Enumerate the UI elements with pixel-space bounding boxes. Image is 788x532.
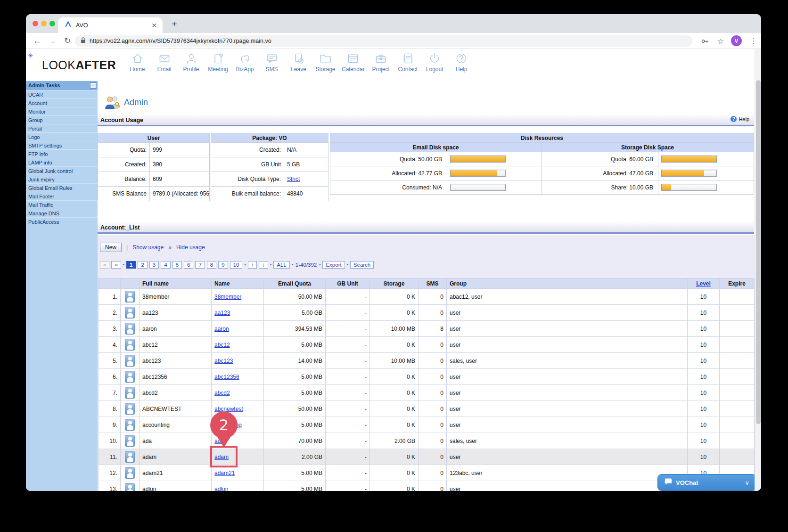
sidebar-item-junk-expiry[interactable]: Junk expiry (26, 175, 98, 183)
nav-item-help[interactable]: Help (451, 52, 472, 73)
nav-item-contact[interactable]: Contact (397, 52, 419, 73)
level-sort-link[interactable]: Level (696, 280, 711, 287)
bookmark-star-icon[interactable]: ☆ (715, 35, 726, 47)
vochat-widget[interactable]: VOChat ∨ (657, 474, 756, 491)
sidebar-item-monitor[interactable]: Monitor (26, 107, 98, 115)
tab-close-icon[interactable]: ✕ (151, 22, 157, 29)
storage-cell: 0 K (370, 337, 419, 353)
profile-avatar[interactable]: V (731, 35, 742, 46)
browser-tab[interactable]: AVO ✕ (58, 17, 163, 33)
name-link[interactable]: adam21 (214, 470, 235, 476)
sort-up-button[interactable]: ↑ (248, 261, 257, 269)
nav-item-storage[interactable]: Storage (315, 52, 336, 73)
name-cell: 38member (212, 289, 264, 305)
level-cell: 10 (688, 289, 720, 305)
sidebar-item-logo[interactable]: Logo (26, 132, 98, 141)
usage-bar (450, 156, 506, 163)
show-usage-link[interactable]: Show usage (132, 244, 164, 251)
name-link[interactable]: abcd2 (214, 390, 230, 396)
nav-item-profile[interactable]: Profile (181, 52, 202, 73)
col-sms: SMS (419, 278, 447, 289)
nav-item-sms[interactable]: SMS (261, 52, 282, 73)
profile-icon (185, 52, 198, 65)
nav-item-bizapp[interactable]: BizApp (234, 52, 255, 73)
person-icon (125, 355, 135, 367)
sidebar-item-portal[interactable]: Portal (26, 124, 98, 132)
row-number: 5. (98, 353, 121, 369)
name-link[interactable]: abc12356 (214, 374, 239, 380)
group-cell: user (447, 449, 688, 465)
sidebar-item-lamp-info[interactable]: LAMP info (26, 158, 98, 166)
zoom-window-button[interactable] (49, 21, 55, 26)
name-link[interactable]: aa123 (214, 310, 230, 316)
page-number-3[interactable]: 3 (149, 261, 159, 269)
sidebar-item-smtp-settings[interactable]: SMTP settings (26, 141, 98, 149)
name-link[interactable]: aaron (214, 326, 229, 332)
nav-item-email[interactable]: Email (154, 52, 175, 73)
sidebar-item-global-email-rules[interactable]: Global Email Rules (26, 183, 98, 192)
sidebar-item-ftp-info[interactable]: FTP info (26, 149, 98, 158)
new-button[interactable]: New (100, 243, 122, 252)
nav-item-meeting[interactable]: Meeting (207, 52, 229, 73)
usage-value-link[interactable]: 5 (287, 161, 290, 168)
page-number-6[interactable]: 6 (184, 261, 193, 269)
usage-value-link[interactable]: Strict (287, 176, 300, 182)
page-number-7[interactable]: 7 (195, 261, 205, 269)
name-link[interactable]: abc12 (214, 342, 230, 348)
nav-item-leave[interactable]: Leave (288, 52, 309, 73)
name-link[interactable]: 38member (214, 294, 241, 300)
browser-menu-icon[interactable]: ⋮ (749, 35, 758, 47)
page-next-button[interactable]: » (111, 261, 121, 269)
address-bar[interactable]: https://vo22.agnx.com/r/v/SID573976344jx… (75, 35, 692, 47)
row-number: 13. (98, 481, 121, 491)
sidebar-item-global-junk-control[interactable]: Global Junk control (26, 166, 98, 175)
section-account-usage: Account Usage ? Help (98, 114, 754, 126)
page-number-1[interactable]: 1 (126, 261, 136, 269)
sms-cell: 0 (419, 401, 447, 417)
help-link[interactable]: ? Help (731, 116, 749, 122)
nav-label: Home (130, 66, 145, 73)
page-number-8[interactable]: 8 (207, 261, 216, 269)
page-prev-button[interactable]: « (100, 261, 109, 269)
sidebar-item-group[interactable]: Group (26, 115, 98, 124)
page-number-5[interactable]: 5 (172, 261, 182, 269)
page-number-2[interactable]: 2 (138, 261, 147, 269)
user-icon-cell (121, 449, 140, 465)
page-number-10[interactable]: 10 (230, 261, 243, 269)
page-number-9[interactable]: 9 (218, 261, 228, 269)
sidebar-item-publicaccess[interactable]: PublicAccess (26, 217, 98, 226)
sort-down-button[interactable]: ↓ (259, 261, 268, 269)
collapse-minus-icon[interactable]: − (90, 82, 96, 89)
minimize-window-button[interactable] (41, 21, 47, 26)
nav-item-logout[interactable]: Logout (424, 52, 445, 73)
sidebar-item-mail-traffic[interactable]: Mail Traffic (26, 200, 98, 209)
nav-item-calendar[interactable]: Calendar (342, 52, 365, 73)
new-tab-button[interactable]: + (169, 18, 180, 30)
col-name: Name (212, 278, 264, 289)
search-button[interactable]: Search (350, 261, 374, 269)
sidebar-item-mail-footer[interactable]: Mail Footer (26, 192, 98, 200)
export-button[interactable]: Export (322, 261, 345, 269)
chevron-down-icon[interactable]: ∨ (745, 479, 749, 486)
page-scrollbar[interactable] (755, 49, 761, 491)
disk-resources-header: Disk Resources (330, 133, 754, 143)
sidebar-item-account[interactable]: Account (26, 98, 98, 107)
favicon (65, 21, 72, 30)
forward-button[interactable]: → (47, 35, 58, 47)
name-link[interactable]: abc123 (214, 358, 233, 364)
reload-button[interactable]: ↻ (62, 35, 73, 47)
sidebar-item-ucar[interactable]: UCAR (26, 90, 98, 98)
name-link[interactable]: adlon (214, 486, 228, 491)
nav-item-home[interactable]: Home (127, 52, 148, 73)
sidebar-item-manage-dns[interactable]: Manage DNS (26, 209, 98, 217)
nav-label: Help (456, 66, 468, 73)
key-icon[interactable] (699, 35, 710, 47)
page-number-4[interactable]: 4 (161, 261, 170, 269)
back-button[interactable]: ← (32, 35, 43, 47)
show-all-button[interactable]: ALL (273, 261, 289, 269)
close-window-button[interactable] (33, 21, 38, 26)
scrollbar-thumb[interactable] (756, 80, 761, 424)
hide-usage-link[interactable]: Hide usage (176, 244, 205, 251)
row-number: 12. (98, 465, 121, 481)
nav-item-project[interactable]: Project (370, 52, 392, 73)
